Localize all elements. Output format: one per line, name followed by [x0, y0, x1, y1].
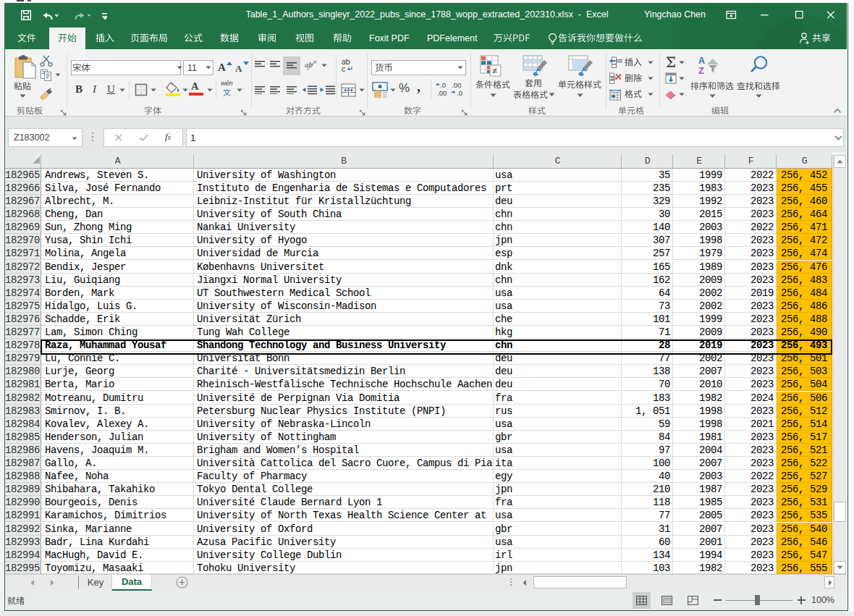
svg-text:c: c	[342, 64, 345, 73]
svg-text:.0: .0	[457, 89, 462, 97]
svg-text:.00: .00	[452, 81, 461, 89]
svg-text:A: A	[698, 56, 705, 66]
svg-text:≠: ≠	[493, 66, 498, 76]
svg-text:ab: ab	[305, 60, 313, 69]
svg-text:Z: Z	[698, 66, 704, 75]
svg-text:.00: .00	[437, 89, 447, 97]
svg-text:.0: .0	[440, 81, 446, 89]
